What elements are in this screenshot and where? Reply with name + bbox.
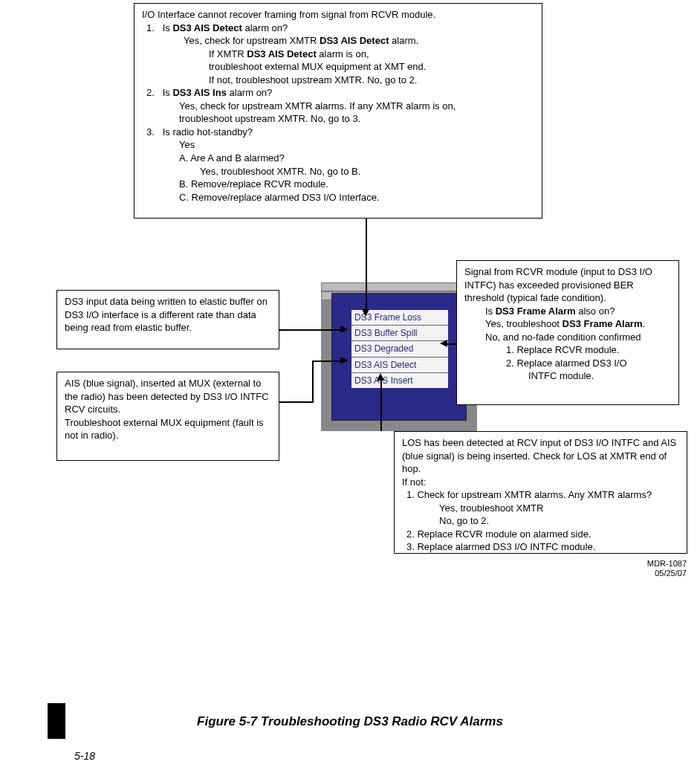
text: AIS (blue signal), inserted at MUX (exte… — [65, 377, 271, 416]
figure-caption: Figure 5-7 Troubleshooting DS3 Radio RCV… — [0, 714, 700, 731]
text: 3. Is radio hot-standby? — [142, 126, 534, 139]
text: 3. Replace alarmed DS3 I/O INTFC module. — [402, 540, 679, 554]
text: 1. Replace RCVR module. — [464, 343, 671, 357]
text: Troubleshoot external MUX equipment (fau… — [65, 416, 271, 442]
callout-ais-detect: AIS (blue signal), inserted at MUX (exte… — [56, 372, 279, 461]
text: 2. Replace RCVR module on alarmed side. — [402, 528, 679, 541]
text: Is DS3 Frame Alarm also on? — [464, 305, 671, 318]
text: 2. Is DS3 AIS Ins alarm on? — [142, 86, 534, 100]
callout-buffer-spill: DS3 input data being written to elastic … — [56, 290, 279, 349]
callout-ais-insert: LOS has been detected at RCV input of DS… — [394, 431, 687, 554]
text: I/O Interface cannot recover framing fro… — [142, 8, 534, 22]
text: C. Remove/replace alarmed DS3 I/O Interf… — [142, 191, 534, 204]
page-number: 5-18 — [74, 749, 95, 763]
arrow-head-icon — [377, 373, 384, 381]
arrow-top-to-frameloss — [366, 219, 367, 311]
alarm-list: DS3 Frame Loss DS3 Buffer Spill DS3 Degr… — [351, 310, 448, 388]
text: INTFC module. — [464, 369, 671, 383]
text: If not, troubleshoot upstream XMTR. No, … — [142, 74, 534, 87]
text: Yes, check for upstream XMTR DS3 AIS Det… — [142, 34, 534, 48]
text: A. Are A and B alarmed? — [142, 152, 534, 165]
text: Signal from RCVR module (input to DS3 I/… — [464, 265, 671, 305]
alarm-row-degraded: DS3 Degraded — [351, 341, 448, 357]
text: 1. Check for upstream XMTR alarms. Any X… — [402, 488, 679, 502]
text: Yes, troubleshoot XMTR. No, go to B. — [142, 165, 534, 178]
text: troubleshoot external MUX equipment at X… — [142, 60, 534, 74]
alarm-row-ais-insert: DS3 AIS Insert — [351, 373, 448, 388]
callout-frame-loss: I/O Interface cannot recover framing fro… — [134, 3, 542, 219]
callout-degraded: Signal from RCVR module (input to DS3 I/… — [456, 260, 679, 405]
alarm-row-ais-detect: DS3 AIS Detect — [351, 358, 448, 373]
alarm-panel-inner: DS3 Frame Loss DS3 Buffer Spill DS3 Degr… — [331, 293, 467, 421]
text: LOS has been detected at RCV input of DS… — [402, 436, 679, 476]
alarm-row-buffer-spill: DS3 Buffer Spill — [351, 326, 448, 341]
text: Yes, troubleshoot XMTR — [402, 502, 679, 515]
arrow-head-icon — [440, 340, 447, 347]
text: If XMTR DS3 AIS Detect alarm is on, — [142, 48, 534, 61]
arrow-head-icon — [340, 326, 348, 333]
text: B. Remove/replace RCVR module. — [142, 178, 534, 191]
text: No, go to 2. — [402, 514, 679, 528]
text: Yes — [142, 138, 534, 152]
arrow-head-icon — [340, 357, 348, 364]
arrow-left2-horz2 — [312, 360, 342, 362]
reference-id: MDR-1087 05/25/07 — [647, 559, 687, 578]
arrow-left1-to-bufferspill — [279, 329, 342, 331]
section-tab — [48, 703, 65, 739]
text: Yes, troubleshoot DS3 Frame Alarm. — [464, 317, 671, 331]
text: If not: — [402, 476, 679, 489]
arrow-right2-to-aisinsert — [380, 379, 382, 431]
text: 1. Is DS3 AIS Detect alarm on? — [142, 22, 534, 35]
text: 2. Replace alarmed DS3 I/O — [464, 357, 671, 370]
arrow-head-icon — [362, 309, 369, 317]
arrow-left2-to-aisdetect — [279, 401, 312, 403]
text: DS3 input data being written to elastic … — [65, 295, 271, 334]
text: Yes, check for upstream XMTR alarms. If … — [142, 100, 534, 113]
arrow-left2-vert — [312, 360, 314, 403]
text: No, and no-fade condition confirmed — [464, 331, 671, 344]
text: troubleshoot upstream XMTR. No, go to 3. — [142, 112, 534, 126]
